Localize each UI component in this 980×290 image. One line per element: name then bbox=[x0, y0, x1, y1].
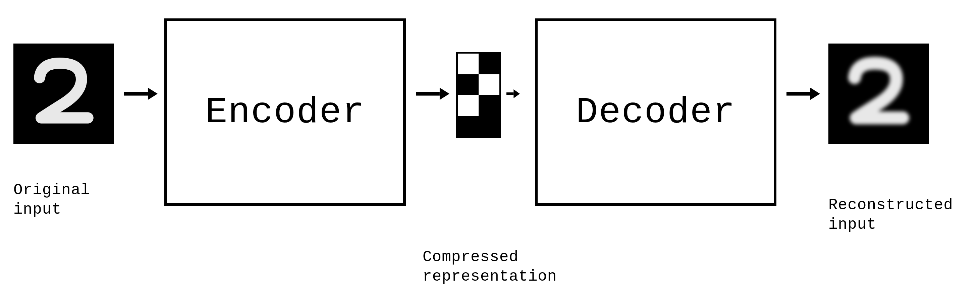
compressed-representation bbox=[456, 52, 501, 138]
svg-marker-5 bbox=[514, 89, 520, 98]
input-digit-tile bbox=[13, 44, 114, 144]
arrow-latent-to-decoder bbox=[503, 84, 523, 104]
svg-marker-3 bbox=[440, 88, 449, 100]
decoder-block: Decoder bbox=[535, 18, 776, 206]
latent-cell bbox=[458, 95, 479, 116]
output-caption: Reconstructed input bbox=[829, 196, 953, 235]
latent-cell bbox=[458, 74, 479, 95]
svg-marker-1 bbox=[148, 88, 158, 100]
digit-two-glyph-blurred bbox=[838, 54, 919, 134]
digit-two-glyph bbox=[24, 54, 104, 134]
arrow-input-to-encoder bbox=[121, 84, 161, 104]
encoder-label: Encoder bbox=[205, 92, 365, 133]
arrow-decoder-to-output bbox=[783, 84, 823, 104]
svg-marker-7 bbox=[810, 88, 820, 100]
latent-cell bbox=[479, 74, 500, 95]
latent-cell bbox=[479, 95, 500, 116]
latent-grid bbox=[456, 52, 501, 138]
input-caption: Original input bbox=[13, 181, 90, 219]
arrow-encoder-to-latent bbox=[412, 84, 453, 104]
latent-cell bbox=[479, 54, 500, 74]
reconstructed-output-image bbox=[829, 44, 929, 144]
output-digit-tile bbox=[829, 44, 929, 144]
latent-cell bbox=[458, 116, 479, 136]
decoder-label: Decoder bbox=[576, 92, 735, 133]
latent-cell bbox=[479, 116, 500, 136]
encoder-block: Encoder bbox=[164, 18, 406, 206]
latent-cell bbox=[458, 54, 479, 74]
original-input-image bbox=[13, 44, 114, 144]
latent-caption: Compressed representation bbox=[423, 248, 557, 286]
